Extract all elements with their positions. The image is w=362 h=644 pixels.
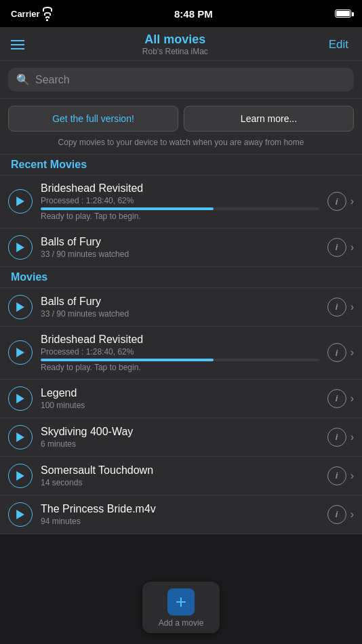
movie-actions-m3: i › [327, 428, 354, 447]
svg-marker-4 [16, 394, 24, 403]
movie-play-icon-m3 [8, 425, 33, 449]
movie-title-m0: Balls of Fury [41, 296, 319, 308]
movie-meta-m0: 33 / 90 minutes watched [41, 309, 319, 319]
info-button-m2[interactable]: i [327, 389, 346, 408]
status-bar: Carrier 8:48 PM [0, 0, 362, 27]
movie-title-m3: Skydiving 400-Way [41, 426, 319, 438]
edit-button[interactable]: Edit [326, 35, 351, 54]
recent-movie-item-0[interactable]: Brideshead Revisited Processed : 1:28:40… [0, 176, 362, 228]
movie-meta-m2: 100 minutes [41, 401, 319, 410]
movie-title-m2: Legend [41, 387, 319, 399]
movie-info-m3: Skydiving 400-Way 6 minutes [41, 426, 319, 449]
movie-title-0: Brideshead Revisited [41, 182, 319, 195]
svg-marker-0 [16, 197, 24, 206]
movie-meta-m1: Processed : 1:28:40, 62% [41, 347, 319, 357]
battery-area [335, 9, 351, 18]
battery-icon [335, 9, 351, 18]
movie-title-m5: The Princess Bride.m4v [41, 503, 319, 515]
search-icon: 🔍 [16, 73, 30, 86]
movie-play-icon-m2 [8, 386, 33, 411]
search-input[interactable] [35, 74, 346, 86]
scroll-area: Recent Movies Brideshead Revisited Proce… [0, 155, 362, 595]
info-button-m1[interactable]: i [327, 343, 346, 362]
movie-item-5[interactable]: The Princess Bride.m4v 94 minutes i › [0, 496, 362, 534]
page-title: All movies [142, 33, 208, 47]
add-movie-bar: + Add a movie [0, 575, 362, 644]
recent-movie-item-1[interactable]: Balls of Fury 33 / 90 minutes watched i … [0, 228, 362, 267]
movie-actions-m5: i › [327, 505, 354, 524]
movie-meta-m5: 94 minutes [41, 517, 319, 526]
movie-info-m1: Brideshead Revisited Processed : 1:28:40… [41, 334, 319, 372]
movie-item-2[interactable]: Legend 100 minutes i › [0, 380, 362, 418]
learn-more-button[interactable]: Learn more... [184, 106, 354, 132]
svg-marker-6 [16, 471, 24, 481]
movie-title-m1: Brideshead Revisited [41, 334, 319, 346]
chevron-icon-m5: › [350, 508, 354, 521]
movie-play-icon-m5 [8, 502, 33, 527]
movie-progress-0 [41, 207, 319, 210]
full-version-button[interactable]: Get the full version! [8, 106, 178, 132]
promo-banner: Get the full version! Learn more... Copy… [0, 99, 362, 155]
movie-info-m4: Somersault Touchdown 14 seconds [41, 464, 319, 487]
movie-item-1[interactable]: Brideshead Revisited Processed : 1:28:40… [0, 327, 362, 380]
promo-buttons: Get the full version! Learn more... [8, 106, 354, 132]
movie-meta-extra-m1: Ready to play. Tap to begin. [41, 363, 319, 372]
carrier-label: Carrier [11, 7, 52, 21]
page-subtitle: Rob's Retina iMac [142, 47, 208, 56]
chevron-icon-m2: › [350, 393, 354, 405]
movie-play-icon-1 [8, 235, 33, 260]
movie-item-0[interactable]: Balls of Fury 33 / 90 minutes watched i … [0, 288, 362, 327]
movie-info-m2: Legend 100 minutes [41, 387, 319, 410]
movie-play-icon-m0 [8, 295, 33, 319]
chevron-icon-m1: › [350, 346, 354, 359]
movie-info-1: Balls of Fury 33 / 90 minutes watched [41, 236, 319, 259]
add-movie-label: Add a movie [159, 618, 204, 628]
nav-title: All movies Rob's Retina iMac [142, 33, 208, 56]
movies-header: Movies [0, 267, 362, 288]
movie-actions-m2: i › [327, 389, 354, 408]
movie-item-4[interactable]: Somersault Touchdown 14 seconds i › [0, 457, 362, 496]
movie-play-icon-m4 [8, 464, 33, 488]
movie-meta-1: 33 / 90 minutes watched [41, 249, 319, 259]
movie-item-3[interactable]: Skydiving 400-Way 6 minutes i › [0, 418, 362, 457]
svg-marker-2 [16, 302, 24, 312]
nav-bar: All movies Rob's Retina iMac Edit [0, 27, 362, 61]
chevron-icon-0: › [350, 195, 354, 207]
info-button-1[interactable]: i [327, 238, 346, 257]
movie-progress-m1 [41, 359, 319, 361]
chevron-icon-1: › [350, 241, 354, 254]
movie-title-m4: Somersault Touchdown [41, 464, 319, 477]
chevron-icon-m0: › [350, 301, 354, 313]
svg-marker-5 [16, 432, 24, 442]
promo-note: Copy movies to your device to watch when… [8, 137, 354, 148]
info-button-m4[interactable]: i [327, 466, 346, 485]
movie-actions-1: i › [327, 238, 354, 257]
info-button-0[interactable]: i [327, 192, 346, 211]
movie-info-0: Brideshead Revisited Processed : 1:28:40… [41, 182, 319, 221]
movie-actions-m4: i › [327, 466, 354, 485]
movie-meta-0: Processed : 1:28:40, 62% [41, 196, 319, 205]
movie-actions-m1: i › [327, 343, 354, 362]
wifi-icon [43, 7, 52, 21]
svg-marker-1 [16, 243, 24, 252]
plus-icon: + [176, 592, 186, 611]
time-label: 8:48 PM [174, 8, 213, 20]
hamburger-menu[interactable] [11, 40, 24, 49]
add-icon: + [167, 588, 195, 616]
recent-movies-header: Recent Movies [0, 155, 362, 176]
add-movie-button[interactable]: + Add a movie [142, 582, 220, 633]
info-button-m5[interactable]: i [327, 505, 346, 524]
movie-actions-0: i › [327, 192, 354, 211]
movie-actions-m0: i › [327, 298, 354, 317]
svg-marker-3 [16, 348, 24, 357]
search-bar: 🔍 [0, 61, 362, 99]
info-button-m0[interactable]: i [327, 298, 346, 317]
movie-title-1: Balls of Fury [41, 236, 319, 248]
movie-info-m5: The Princess Bride.m4v 94 minutes [41, 503, 319, 526]
movie-meta-extra-0: Ready to play. Tap to begin. [41, 212, 319, 221]
info-button-m3[interactable]: i [327, 428, 346, 447]
movie-meta-m3: 6 minutes [41, 439, 319, 449]
chevron-icon-m4: › [350, 470, 354, 482]
movie-info-m0: Balls of Fury 33 / 90 minutes watched [41, 296, 319, 319]
movie-play-icon-m1 [8, 340, 33, 365]
